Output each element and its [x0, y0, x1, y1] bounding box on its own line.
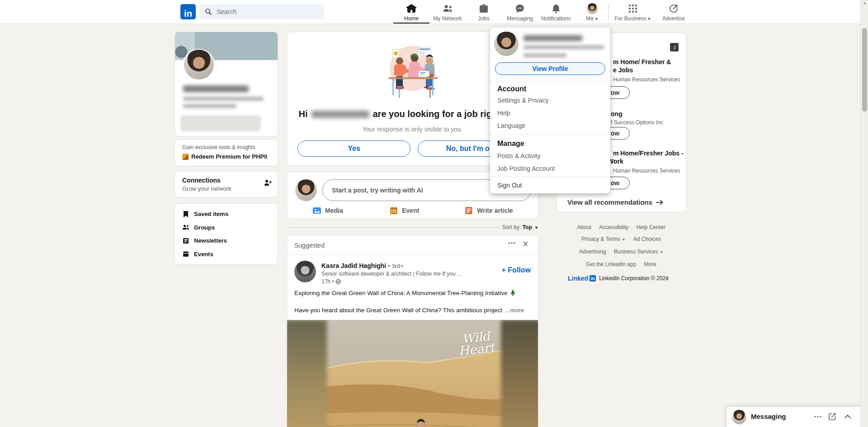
author-name[interactable]: Kasra Jadid Haghighi: [321, 262, 386, 269]
job-title[interactable]: m Home/Fresher Jobs -: [613, 150, 684, 157]
chevron-up-icon[interactable]: [843, 412, 852, 421]
nav-for-business[interactable]: For Business▼: [611, 0, 655, 23]
sidebar-item-groups[interactable]: Groups: [182, 223, 270, 233]
sort-by[interactable]: Sort by: Top ▼: [502, 224, 538, 230]
profile-location-blurred: [183, 104, 236, 108]
media-icon: [312, 206, 321, 215]
arrow-right-icon: [656, 200, 663, 205]
premium-hint: Gain exclusive tools & insights: [182, 144, 270, 150]
divider: [490, 177, 610, 177]
copyright: LinkedIn Corporation © 2024: [599, 275, 669, 282]
me-menu-avatar[interactable]: [494, 32, 519, 56]
global-nav: in Home My Network Jobs Messaging: [0, 0, 868, 24]
suggested-badge: Suggested: [294, 242, 325, 249]
footer-link-privacy-terms[interactable]: Privacy & Terms ▼: [581, 236, 626, 242]
see-more-button[interactable]: ...more: [505, 307, 524, 314]
job-title[interactable]: ong: [611, 110, 623, 117]
dismiss-post-button[interactable]: ×: [523, 239, 528, 249]
scrollbar-up-arrow[interactable]: ▲: [861, 1, 868, 5]
view-profile-button[interactable]: View Profile: [495, 62, 605, 75]
job-title[interactable]: m Home/ Fresher &: [613, 58, 671, 66]
account-section-header: Account: [497, 85, 526, 93]
grid-icon: [627, 3, 638, 14]
menu-item-posts-activity[interactable]: Posts & Activity: [497, 152, 541, 160]
event-icon: [389, 206, 398, 215]
video-blur-left: [287, 320, 327, 427]
premium-icon: [182, 154, 189, 160]
footer-link-business-services[interactable]: Business Services ▼: [614, 249, 663, 255]
nav-items: Home My Network Jobs Messaging Notificat…: [393, 0, 610, 23]
job-question-illustration: [382, 42, 443, 101]
nav-messaging[interactable]: Messaging: [502, 0, 538, 23]
globe-icon: [335, 279, 341, 284]
nav-me[interactable]: Me▼: [574, 0, 610, 23]
me-dropdown-menu: View Profile Account Settings & Privacy …: [490, 28, 610, 193]
post-overflow-button[interactable]: [507, 238, 517, 248]
sidebar-item-newsletters[interactable]: Newsletters: [182, 236, 270, 246]
nav-home[interactable]: Home: [393, 0, 429, 23]
job-company: Human Resources Services: [613, 168, 680, 174]
compose-icon: [828, 412, 837, 421]
post-video[interactable]: Wild Heart: [287, 320, 538, 427]
premium-cta[interactable]: Redeem Premium for PHP0: [182, 153, 270, 160]
search-box[interactable]: [199, 5, 324, 19]
add-connection-icon[interactable]: [263, 178, 272, 188]
menu-item-help[interactable]: Help: [497, 109, 510, 117]
info-icon[interactable]: i: [670, 43, 679, 52]
post-time: 17h •: [321, 278, 341, 285]
author-headline: Senior software developer & architect | …: [321, 271, 493, 277]
footer-link-about[interactable]: About: [577, 224, 591, 230]
ellipsis-icon: [813, 412, 822, 421]
sidebar-item-events[interactable]: Events: [182, 249, 270, 259]
footer-link-get-app[interactable]: Get the LinkedIn app: [586, 261, 636, 267]
event-button[interactable]: Event: [389, 205, 419, 216]
nav-for-business-label: For Business▼: [615, 15, 651, 22]
media-button[interactable]: Media: [312, 205, 343, 216]
profile-avatar[interactable]: [183, 49, 215, 80]
footer-link-more[interactable]: More: [644, 261, 656, 267]
footer-link-ad-choices[interactable]: Ad Choices: [633, 236, 661, 242]
compose-message-button[interactable]: [828, 412, 837, 421]
sidebar-item-saved-items[interactable]: Saved items: [182, 209, 270, 219]
write-article-button[interactable]: Write article: [464, 205, 513, 216]
footer-link-help-center[interactable]: Help Center: [637, 224, 665, 230]
menu-item-settings-privacy[interactable]: Settings & Privacy: [497, 97, 549, 104]
sign-out-button[interactable]: Sign Out: [497, 182, 522, 189]
footer-link-advertising[interactable]: Advertising: [579, 249, 606, 255]
menu-item-language[interactable]: Language: [497, 122, 525, 129]
yes-button[interactable]: Yes: [297, 141, 410, 157]
job-company: Human Resources Services: [613, 76, 680, 83]
search-input[interactable]: [216, 8, 312, 16]
search-icon: [205, 8, 212, 15]
article-icon: [464, 206, 473, 215]
messaging-avatar: [732, 410, 746, 424]
menu-item-job-posting-account[interactable]: Job Posting Account: [497, 165, 555, 172]
newsletter-icon: [182, 237, 189, 244]
nav-my-network[interactable]: My Network: [429, 0, 466, 23]
job-title[interactable]: e Jobs: [613, 66, 633, 74]
connection-degree: • 3rd+: [388, 263, 404, 269]
profile-name-blurred: [183, 85, 249, 92]
linkedin-logo[interactable]: in: [180, 4, 196, 19]
nav-notifications[interactable]: Notifications: [538, 0, 574, 23]
nav-notifications-label: Notifications: [541, 15, 571, 22]
divider: [490, 134, 610, 135]
page-scrollbar[interactable]: ▲: [860, 0, 868, 427]
profile-card[interactable]: [175, 32, 278, 136]
nav-advertise[interactable]: Advertise: [656, 0, 692, 23]
author-avatar[interactable]: [294, 261, 316, 282]
messaging-overlay-bar[interactable]: Messaging: [726, 407, 861, 427]
premium-upsell-card[interactable]: Gain exclusive tools & insights Redeem P…: [175, 139, 278, 166]
suggested-post-card: Suggested × Kasra Jadid Haghighi • 3rd+ …: [287, 235, 538, 427]
divider: [287, 227, 499, 228]
messaging-overflow-button[interactable]: [813, 412, 822, 421]
composer-avatar[interactable]: [295, 179, 317, 201]
view-all-recommendations-link[interactable]: View all recommendations: [567, 198, 663, 206]
nav-jobs[interactable]: Jobs: [466, 0, 502, 23]
scrollbar-thumb[interactable]: [862, 28, 867, 112]
author-name-row: Kasra Jadid Haghighi • 3rd+: [321, 262, 404, 269]
connections-card[interactable]: Connections Grow your network: [175, 171, 278, 197]
footer-link-accessibility[interactable]: Accessibility: [599, 224, 628, 230]
caret-down-icon: ▼: [534, 225, 538, 230]
follow-button[interactable]: + Follow: [502, 266, 531, 274]
